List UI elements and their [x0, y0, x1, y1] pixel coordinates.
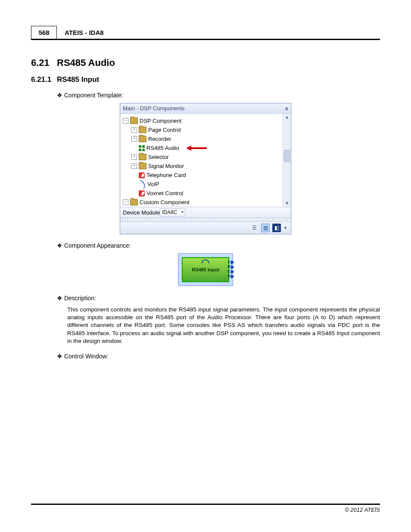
bullet-appearance: Component Appearance: [57, 242, 380, 249]
component-label: RS485 Input [192, 267, 219, 272]
folder-icon [139, 136, 146, 142]
expand-icon[interactable]: + [131, 136, 137, 142]
close-icon[interactable]: x [285, 105, 288, 112]
tree-item-label: Signal Monitor [148, 163, 184, 169]
panel-title-text: Main - DSP Components [123, 105, 185, 112]
tree-root-label: Custom Component [140, 199, 190, 205]
folder-icon [130, 118, 138, 124]
port-icon[interactable] [231, 260, 234, 264]
list-view-icon[interactable]: ☰ [250, 224, 258, 232]
port-label: B [228, 264, 231, 269]
folder-icon [130, 199, 138, 205]
port-label: C [228, 269, 231, 274]
voxnet-icon [139, 190, 145, 196]
device-module-label: Device Module [123, 209, 160, 216]
tree-item[interactable]: + Signal Monitor [122, 162, 281, 171]
scroll-thumb[interactable] [284, 150, 290, 162]
section-title: RS485 Audio [57, 57, 115, 68]
settings-icon[interactable]: ◧ [272, 224, 281, 232]
page-header: 568 ATEIS - IDA8 [31, 26, 380, 40]
tree-item[interactable]: Telephone Card [122, 171, 281, 180]
description-text: This component controls and monitors the… [67, 306, 380, 345]
bullet-description: Description: [57, 295, 380, 302]
bullet-template: Component Template: [57, 92, 380, 99]
panel-grip[interactable] [120, 218, 291, 222]
collapse-icon[interactable]: − [123, 118, 128, 124]
subsection-number: 6.21.1 [31, 75, 57, 84]
page-number: 568 [31, 26, 57, 39]
highlight-arrow-icon [186, 146, 207, 151]
components-panel: Main - DSP Components x − DSP Component … [120, 103, 291, 234]
subsection-title: RS485 Input [57, 75, 99, 84]
collapse-icon[interactable]: − [123, 199, 128, 205]
tree-item[interactable]: Voxnet Control [122, 189, 281, 198]
tree-item[interactable]: + Recorder [122, 134, 281, 143]
subsection-heading: 6.21.1RS485 Input [31, 75, 380, 84]
panel-titlebar: Main - DSP Components x [120, 103, 291, 114]
port-icon[interactable] [231, 274, 234, 279]
tree-item-rs485-audio[interactable]: RS485 Audio [122, 143, 281, 152]
tree-root[interactable]: − Custom Component [122, 198, 281, 207]
expand-icon[interactable]: + [131, 163, 137, 169]
port-icon[interactable] [231, 265, 234, 269]
tree-item-label: Recorder [148, 136, 171, 142]
scrollbar[interactable]: ▲ ▼ [283, 114, 291, 207]
grid-icon [139, 145, 145, 151]
port-label: D [228, 274, 231, 279]
component-preview-frame: RS485 Input A B C D [178, 253, 233, 286]
rs485-input-component[interactable]: RS485 Input A B C D [182, 257, 229, 282]
tree-item-label: Voxnet Control [146, 190, 183, 196]
section-heading: 6.21RS485 Audio [31, 57, 380, 68]
dropdown-icon[interactable]: ▼ [283, 226, 287, 230]
component-tree[interactable]: − DSP Component + Page Control + Recorde… [120, 114, 283, 207]
page-footer: © 2012 ATEÏS [31, 504, 380, 513]
panel-toolbar: ☰ ▥ ◧ ▼ [120, 222, 291, 234]
component-ports: A B C D [228, 260, 235, 279]
tree-item[interactable]: + Selector [122, 152, 281, 162]
tree-item-label: Selector [148, 154, 169, 160]
loop-icon [202, 259, 209, 263]
tree-root-label: DSP Component [140, 118, 181, 124]
tree-root[interactable]: − DSP Component [122, 116, 281, 125]
tree-item-label: VoIP [147, 181, 159, 187]
tree-item[interactable]: + Page Control [122, 125, 281, 134]
port-icon[interactable] [231, 270, 234, 274]
expand-icon[interactable]: + [131, 154, 137, 160]
device-module-select[interactable]: IDA8C [160, 208, 185, 216]
folder-icon [139, 163, 146, 169]
device-module-row: Device Module IDA8C [120, 207, 291, 218]
telephone-icon [139, 172, 145, 178]
scroll-down-icon[interactable]: ▼ [283, 200, 291, 207]
folder-icon [139, 127, 146, 133]
tree-item-label: RS485 Audio [146, 145, 179, 151]
expand-icon[interactable]: + [131, 127, 137, 133]
grid-view-icon[interactable]: ▥ [261, 224, 270, 232]
tree-item-label: Telephone Card [146, 172, 186, 178]
scroll-up-icon[interactable]: ▲ [283, 114, 291, 121]
tree-item[interactable]: VoIP [122, 180, 281, 189]
doc-title: ATEIS - IDA8 [57, 26, 104, 39]
tree-item-label: Page Control [148, 127, 181, 133]
folder-icon [139, 154, 146, 160]
port-label: A [228, 260, 231, 264]
section-number: 6.21 [31, 57, 57, 68]
voip-icon [138, 180, 147, 189]
bullet-control: Control Window: [57, 353, 380, 360]
